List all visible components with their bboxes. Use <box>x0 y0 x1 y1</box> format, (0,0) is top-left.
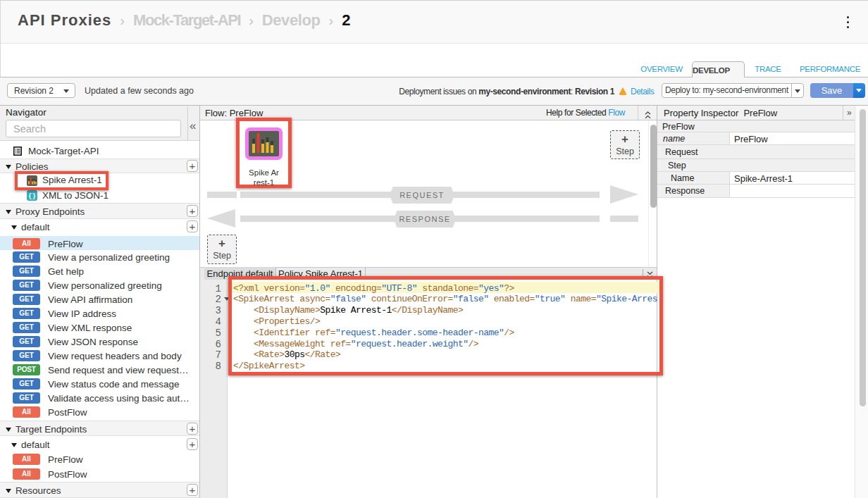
svg-text:{}: {} <box>28 193 36 200</box>
